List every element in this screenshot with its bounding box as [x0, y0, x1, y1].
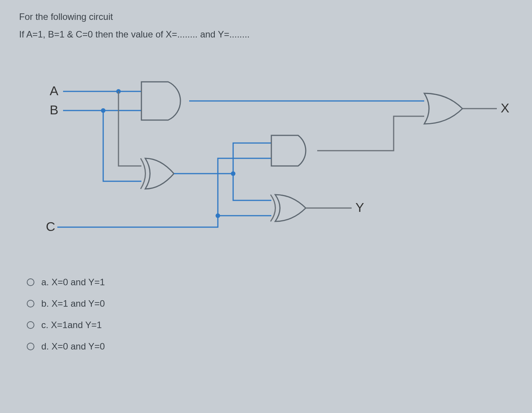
option-label: a. X=0 and Y=1 — [41, 277, 105, 288]
answer-options: a. X=0 and Y=1 b. X=1 and Y=0 c. X=1and … — [27, 277, 513, 352]
radio-icon — [27, 343, 34, 350]
option-c[interactable]: c. X=1and Y=1 — [27, 320, 513, 330]
output-label-X: X — [501, 101, 509, 115]
option-b[interactable]: b. X=1 and Y=0 — [27, 298, 513, 309]
input-label-A: A — [50, 83, 58, 98]
circuit-diagram: A B C — [19, 55, 512, 262]
quiz-page: For the following circuit If A=1, B=1 & … — [0, 0, 532, 374]
gate-xor-g4 — [271, 195, 306, 221]
gate-and-g1 — [141, 82, 180, 120]
radio-icon — [27, 321, 34, 329]
option-label: c. X=1and Y=1 — [41, 320, 102, 330]
gate-or-g5 — [424, 93, 462, 124]
option-a[interactable]: a. X=0 and Y=1 — [27, 277, 513, 288]
radio-icon — [27, 300, 34, 307]
option-label: b. X=1 and Y=0 — [41, 298, 105, 309]
question-line-1: For the following circuit — [19, 11, 513, 22]
radio-icon — [27, 278, 34, 286]
gate-xor-g2 — [141, 158, 174, 189]
question-line-2: If A=1, B=1 & C=0 then the value of X=..… — [19, 29, 513, 40]
output-label-Y: Y — [355, 200, 364, 215]
input-label-B: B — [50, 102, 58, 117]
input-label-C: C — [46, 219, 55, 234]
gate-and-g3 — [271, 135, 306, 166]
option-d[interactable]: d. X=0 and Y=0 — [27, 341, 513, 352]
option-label: d. X=0 and Y=0 — [41, 341, 105, 352]
